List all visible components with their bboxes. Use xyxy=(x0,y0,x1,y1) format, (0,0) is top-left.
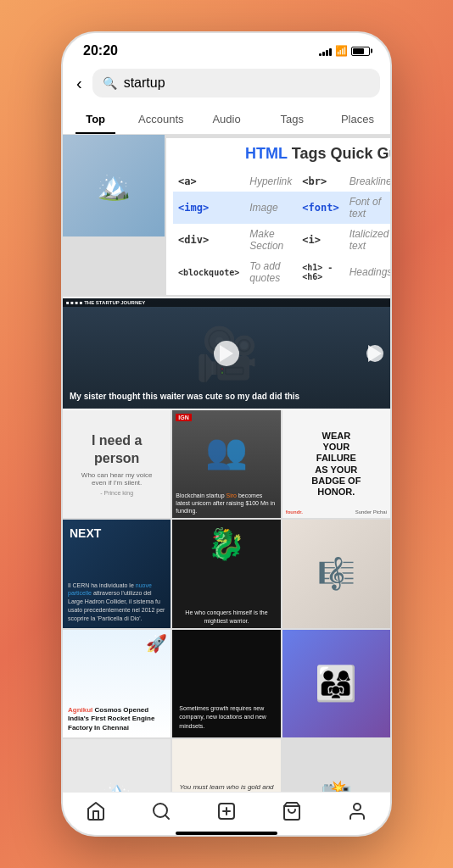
growth-text: Sometimes growth requires new company, n… xyxy=(179,704,273,732)
blockchain-caption: Blockchain startup Siro becomes latest u… xyxy=(172,488,280,518)
tab-places[interactable]: Places xyxy=(325,104,390,134)
html-table-row: <div> Make Section <i> Italicized text <… xyxy=(173,224,390,256)
post-cern[interactable]: NEXT Il CERN ha individuato le nuove par… xyxy=(63,520,171,627)
tab-accounts[interactable]: Accounts xyxy=(128,104,193,134)
post-agnikul[interactable]: 🚀 Agnikul Cosmos Opened India's First Ro… xyxy=(63,630,171,737)
search-icon: 🔍 xyxy=(103,76,117,90)
html-table-row: <img> Image <font> Font of text <li> Lis… xyxy=(173,192,390,224)
html-guide-card: HTML Tags Quick Guide <a> Hyperlink <br>… xyxy=(166,138,390,295)
post-need-person[interactable]: I need aperson Who can hear my voiceeven… xyxy=(63,410,171,518)
html-colored-title: HTML xyxy=(245,145,288,162)
wear-failure-text: WEARYOURFAILUREAS YOURBADGE OFHONOR. xyxy=(311,431,361,498)
html-table-row: <a> Hyperlink <br> Breakline <em> Emphas… xyxy=(173,171,390,192)
status-time: 20:20 xyxy=(83,43,118,58)
post-growth[interactable]: Sometimes growth requires new company, n… xyxy=(172,630,280,737)
content-area[interactable]: 🏔️ HTML Tags Quick Guide <a> Hyperlink <… xyxy=(63,135,390,792)
search-box[interactable]: 🔍 startup xyxy=(92,69,380,97)
tab-audio[interactable]: Audio xyxy=(193,104,259,134)
post-wear-failure[interactable]: WEARYOURFAILUREAS YOURBADGE OFHONOR. Sun… xyxy=(282,410,390,518)
music-icon: 🎼 xyxy=(317,556,355,592)
tabs-row: Top Accounts Audio Tags Places xyxy=(63,104,390,135)
nav-home[interactable] xyxy=(86,801,106,821)
add-icon xyxy=(216,801,237,821)
search-bar-row: ‹ 🔍 startup xyxy=(63,65,390,104)
posts-grid: I need aperson Who can hear my voiceeven… xyxy=(63,410,390,792)
html-guide-title: HTML Tags Quick Guide xyxy=(173,145,390,163)
post-gold[interactable]: You must learn who is gold and who is si… xyxy=(172,739,280,792)
dragon-ball-character: 🐉 xyxy=(207,526,245,562)
home-bar xyxy=(176,832,277,835)
agnikul-title: Agnikul Cosmos Opened India's First Rock… xyxy=(68,706,165,732)
nav-add[interactable] xyxy=(216,801,237,821)
tab-tags[interactable]: Tags xyxy=(260,104,325,134)
dragon-ball-caption: He who conquers himself is themightiest … xyxy=(185,609,267,624)
gold-text: You must learn who is gold and who is si… xyxy=(179,782,273,792)
post-music-sheets[interactable]: 🎼 xyxy=(282,520,390,627)
post-people-group[interactable]: 👨‍👩‍👧 xyxy=(282,630,390,737)
post-blockchain[interactable]: IGN Blockchain startup Siro becomes late… xyxy=(172,410,280,518)
svg-point-6 xyxy=(354,804,361,810)
cern-text: Il CERN ha individuato le nuove particel… xyxy=(68,581,165,623)
wear-author: Sunder Pichai xyxy=(355,509,387,515)
wifi-icon: 📶 xyxy=(335,45,348,57)
html-table-row: <blockquote> To add quotes <h1> - <h6> H… xyxy=(173,256,390,288)
battery-icon xyxy=(351,47,370,56)
post-extra-3[interactable]: 📸 xyxy=(282,739,390,792)
tab-top[interactable]: Top xyxy=(63,104,128,134)
wear-brand: foundr. xyxy=(286,509,303,515)
nav-profile[interactable] xyxy=(347,801,367,821)
profile-icon xyxy=(347,801,367,821)
need-person-text: I need aperson xyxy=(92,432,143,468)
next-logo: NEXT xyxy=(70,526,101,540)
search-query: startup xyxy=(124,75,165,91)
home-icon xyxy=(86,801,106,821)
svg-line-1 xyxy=(165,815,168,819)
video-caption: My sister thought this waiter was cute s… xyxy=(70,391,356,402)
phone-inner: 20:20 📶 ‹ 🔍 startup xyxy=(63,33,390,835)
need-person-credit: - Prince king xyxy=(100,490,133,496)
nav-shop[interactable] xyxy=(282,801,302,821)
nav-search[interactable] xyxy=(151,801,171,821)
people-icon: 👨‍👩‍👧 xyxy=(315,664,357,704)
bottom-nav xyxy=(63,792,390,826)
search-nav-icon xyxy=(151,801,171,821)
video-post[interactable]: ■ ■ ■ ■ THE STARTUP JOURNEY 🎥 My sister … xyxy=(63,298,390,409)
back-button[interactable]: ‹ xyxy=(73,70,86,97)
shop-icon xyxy=(282,801,302,821)
status-bar: 20:20 📶 xyxy=(63,33,390,65)
post-dragon-ball[interactable]: 🐉 He who conquers himself is themighties… xyxy=(172,520,280,627)
phone-frame: 20:20 📶 ‹ 🔍 startup xyxy=(61,31,392,837)
signal-icon xyxy=(319,46,332,56)
html-tags-table: <a> Hyperlink <br> Breakline <em> Emphas… xyxy=(173,171,390,288)
need-person-subtext: Who can hear my voiceeven if I'm silent. xyxy=(81,471,153,487)
post-avatar[interactable]: 🏔️ xyxy=(63,135,165,236)
status-icons: 📶 xyxy=(319,45,370,57)
post-extra-1[interactable]: 🏔️ xyxy=(63,739,171,792)
